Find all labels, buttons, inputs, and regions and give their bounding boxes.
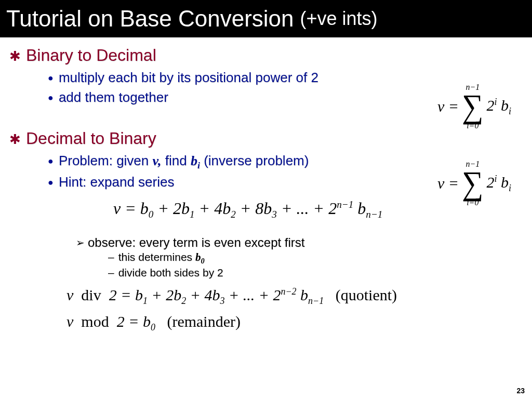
disc-bullet-icon: ● <box>48 153 54 169</box>
heading-text: Decimal to Binary <box>26 129 156 148</box>
formula-sigma-2: v = n−1 ∑ i=0 2i bi <box>437 160 511 207</box>
dash-bullet-icon: – <box>108 267 114 279</box>
disc-bullet-icon: ● <box>48 70 54 86</box>
disc-bullet-icon: ● <box>48 89 54 106</box>
sigma-lhs: v = <box>437 99 459 114</box>
heading-decimal-to-binary: ✱ Decimal to Binary <box>9 129 523 150</box>
page-number: 23 <box>516 387 525 395</box>
heading-binary-to-decimal: ✱ Binary to Decimal <box>9 46 523 66</box>
sigma-icon: ∑ <box>462 167 483 200</box>
point-text: Problem: given v, find bi (inverse probl… <box>59 153 309 171</box>
sigma-rhs: 2i bi <box>486 97 511 116</box>
sub-text: divide both sides by 2 <box>118 267 223 279</box>
sub-text: this determines b0 <box>118 251 205 265</box>
arrow-bullet-icon: ➢ <box>76 235 85 250</box>
formula-sigma-1: v = n−1 ∑ i=0 2i bi <box>437 83 511 130</box>
equation-div-quotient: v div 2 = b1 + 2b2 + 4b3 + ... + 2n−2 bn… <box>66 286 523 307</box>
point-text: Hint: expand series <box>59 174 175 190</box>
title-bar: Tutorial on Base Conversion (+ve ints) <box>0 0 532 37</box>
sigma-rhs: 2i bi <box>486 174 511 193</box>
heading-text: Binary to Decimal <box>26 46 156 65</box>
observe-sub-divide: – divide both sides by 2 <box>108 267 523 279</box>
sigma-lhs: v = <box>437 176 459 191</box>
title-sub: (+ve ints) <box>300 8 378 30</box>
point-text: multiply each bit by its positional powe… <box>59 70 318 86</box>
title-main: Tutorial on Base Conversion <box>6 6 294 32</box>
star-bullet-icon: ✱ <box>9 46 21 66</box>
observe-sub-b0: – this determines b0 <box>108 251 523 265</box>
sigma-icon: ∑ <box>462 90 483 123</box>
observe-text: observe: every term is even except first <box>88 235 305 250</box>
star-bullet-icon: ✱ <box>9 129 21 150</box>
point-text: add them together <box>59 89 168 105</box>
dash-bullet-icon: – <box>108 251 114 265</box>
disc-bullet-icon: ● <box>48 174 54 191</box>
observe-line: ➢ observe: every term is even except fir… <box>76 235 523 250</box>
equation-mod-remainder: v mod 2 = b0 (remainder) <box>66 313 523 333</box>
